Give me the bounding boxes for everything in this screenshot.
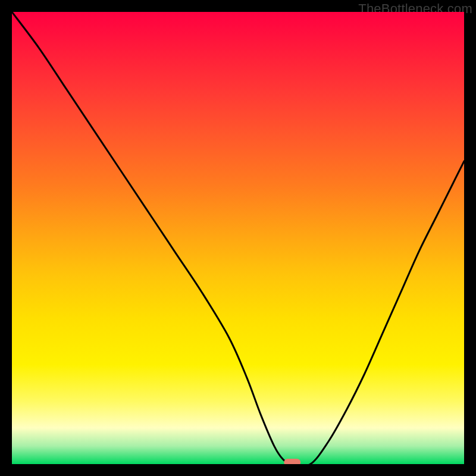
bottleneck-curve-svg — [12, 12, 464, 464]
optimum-marker — [284, 459, 300, 464]
plot-area — [12, 12, 464, 464]
chart-frame: TheBottleneck.com — [0, 0, 476, 476]
bottleneck-curve-path — [12, 12, 464, 464]
